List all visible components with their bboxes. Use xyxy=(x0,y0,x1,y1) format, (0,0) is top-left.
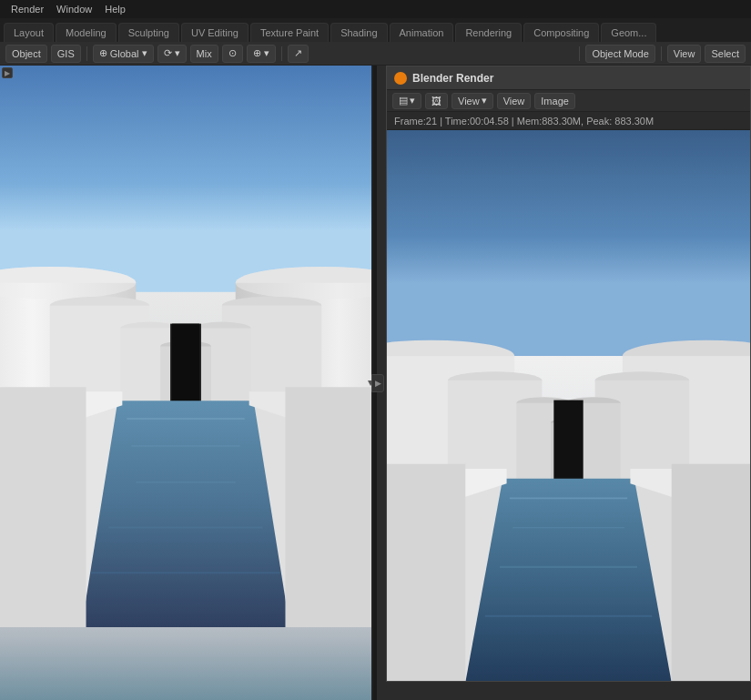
transform-button[interactable]: ⟳ ▾ xyxy=(157,45,187,63)
render-panel: Blender Render ▤ ▾ 🖼 View ▾ View Image xyxy=(377,66,751,700)
object-mode-button[interactable]: Object Mode xyxy=(585,45,655,63)
view-button[interactable]: View xyxy=(667,45,702,63)
chevron-down-icon: ▾ xyxy=(142,47,147,59)
render-icon xyxy=(394,72,407,85)
svg-rect-32 xyxy=(387,130,750,366)
tab-shading[interactable]: Shading xyxy=(330,23,387,42)
viewport-left[interactable]: ▶ xyxy=(0,66,373,700)
gizmo-button[interactable]: ↗ xyxy=(288,45,309,63)
toolbar-separator-2 xyxy=(281,46,282,61)
svg-rect-0 xyxy=(0,66,371,301)
snap-icon: ⊙ xyxy=(228,47,237,59)
expand-arrow[interactable]: ▶ xyxy=(371,374,384,392)
svg-rect-58 xyxy=(672,464,750,681)
global-button[interactable]: ⊕ Global ▾ xyxy=(93,45,154,63)
tab-layout[interactable]: Layout xyxy=(4,23,54,42)
transform-icon: ⟳ xyxy=(164,47,172,59)
tab-sculpting[interactable]: Sculpting xyxy=(118,23,179,42)
mix-button[interactable]: Mix xyxy=(190,45,218,63)
svg-marker-22 xyxy=(82,401,290,627)
tab-modeling[interactable]: Modeling xyxy=(56,23,117,42)
select-button[interactable]: Select xyxy=(705,45,746,63)
global-icon: ⊕ xyxy=(99,47,107,59)
render-window: Blender Render ▤ ▾ 🖼 View ▾ View Image xyxy=(386,66,751,682)
tab-texture-paint[interactable]: Texture Paint xyxy=(250,23,329,42)
render-image-area xyxy=(387,130,750,681)
chevron-down-icon-3: ▾ xyxy=(264,47,269,59)
chevron-down-icon-5: ▾ xyxy=(410,95,415,107)
tab-rendering[interactable]: Rendering xyxy=(455,23,522,42)
view-label: View xyxy=(458,96,480,107)
image-icon: 🖼 xyxy=(431,96,441,107)
svg-rect-57 xyxy=(387,464,465,681)
render-view-btn[interactable]: View ▾ xyxy=(452,93,493,109)
render-image-icon-button[interactable]: 🖼 xyxy=(425,93,448,109)
chevron-down-icon-2: ▾ xyxy=(175,47,180,59)
tab-uv-editing[interactable]: UV Editing xyxy=(181,23,249,42)
main-content: ▶ ▶ Blender Render ▤ ▾ 🖼 View xyxy=(0,66,751,700)
object-button[interactable]: Object xyxy=(5,45,47,63)
render-title: Blender Render xyxy=(412,72,493,85)
svg-rect-30 xyxy=(0,387,86,627)
global-label: Global xyxy=(110,48,139,59)
proportional-button[interactable]: ⊕ ▾ xyxy=(247,45,276,63)
snap-button[interactable]: ⊙ xyxy=(222,45,243,63)
svg-rect-31 xyxy=(285,387,371,627)
tab-geometry[interactable]: Geom... xyxy=(601,23,656,42)
menu-window[interactable]: Window xyxy=(51,2,97,16)
header-toolbar: Object GIS ⊕ Global ▾ ⟳ ▾ Mix ⊙ ⊕ ▾ ↗ Ob… xyxy=(0,42,751,66)
gizmo-icon: ↗ xyxy=(294,47,302,59)
render-scene-svg xyxy=(387,130,750,681)
toolbar-separator-3 xyxy=(579,46,580,61)
render-slot-button[interactable]: ▤ ▾ xyxy=(392,93,421,109)
toolbar-separator-1 xyxy=(86,46,87,61)
menu-bar: Render Window Help xyxy=(0,0,751,18)
menu-help[interactable]: Help xyxy=(99,2,131,16)
render-titlebar: Blender Render xyxy=(387,66,750,90)
proportional-icon: ⊕ xyxy=(253,47,261,59)
render-image-btn[interactable]: Image xyxy=(534,93,575,109)
render-status-text: Frame:21 | Time:00:04.58 | Mem:883.30M, … xyxy=(394,116,654,127)
render-view-btn2[interactable]: View xyxy=(497,93,532,109)
toolbar-separator-4 xyxy=(661,46,662,61)
tab-compositing[interactable]: Compositing xyxy=(523,23,599,42)
tab-animation[interactable]: Animation xyxy=(390,23,454,42)
scene-svg xyxy=(0,66,371,627)
chevron-down-icon-6: ▾ xyxy=(482,95,487,107)
workspace-tabs: Layout Modeling Sculpting UV Editing Tex… xyxy=(0,18,751,42)
expand-arrow-left[interactable]: ▶ xyxy=(2,67,13,78)
render-toolbar: ▤ ▾ 🖼 View ▾ View Image xyxy=(387,90,750,112)
menu-render[interactable]: Render xyxy=(5,2,49,16)
render-status-bar: Frame:21 | Time:00:04.58 | Mem:883.30M, … xyxy=(387,112,750,130)
gis-button[interactable]: GIS xyxy=(51,45,81,63)
slot-icon: ▤ xyxy=(399,95,408,107)
